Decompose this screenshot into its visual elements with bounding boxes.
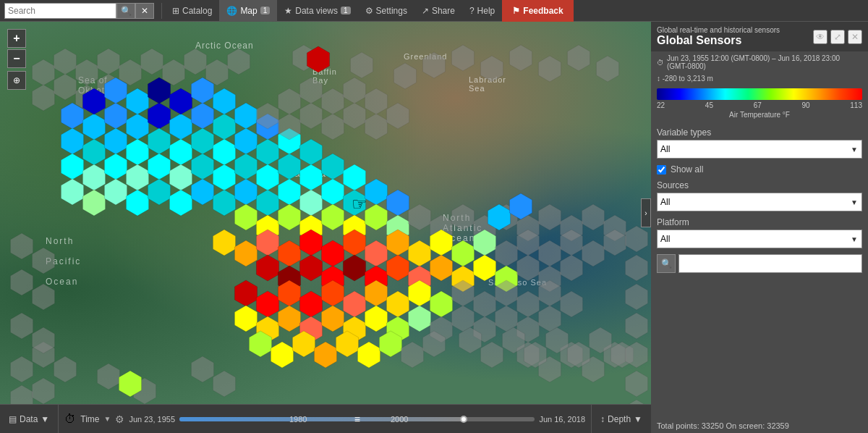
data-dropdown-icon: ▼	[41, 414, 49, 424]
panel-expand-button[interactable]: ⤢	[830, 30, 845, 44]
sources-row: Sources All ▼	[657, 180, 862, 211]
feedback-icon: ⚑	[512, 6, 520, 16]
panel-time: ⏱ Jun 23, 1955 12:00 (GMT-0800) – Jun 16…	[651, 51, 868, 73]
depth-icon: ↕	[600, 414, 605, 424]
panel-header: Global real-time and historical sensors …	[651, 22, 868, 51]
star-icon: ★	[284, 6, 292, 16]
map-button[interactable]: 🌐 Map 1	[219, 0, 277, 22]
panel-close-button[interactable]: ✕	[848, 30, 862, 44]
time-dropdown-icon: ▼	[103, 415, 111, 423]
dataviews-badge: 1	[341, 7, 351, 14]
search-input[interactable]	[4, 3, 116, 19]
share-icon: ↗	[422, 6, 429, 16]
scale-title: Air Temperature °F	[657, 111, 862, 119]
search-clear-button[interactable]: ✕	[135, 3, 154, 19]
search-box: 🔍 ✕	[4, 3, 154, 19]
panel-header-icons: 👁 ⤢ ✕	[813, 30, 862, 44]
nav-separator	[161, 3, 162, 19]
depth-dropdown-icon: ▼	[634, 414, 642, 424]
timeline-end: Jun 16, 2018	[539, 415, 585, 424]
sources-select-wrapper: All ▼	[657, 193, 862, 211]
variable-types-row: Variable types All ▼	[657, 127, 862, 159]
map-label: Map	[240, 6, 257, 16]
share-button[interactable]: ↗ Share	[414, 0, 462, 22]
scale-label-3: 90	[801, 101, 809, 109]
panel-title: Global Sensors	[657, 34, 780, 47]
share-label: Share	[432, 6, 455, 16]
data-button[interactable]: ▤ Data ▼	[0, 405, 59, 434]
scale-label-0: 22	[657, 101, 665, 109]
search-button[interactable]: 🔍	[116, 3, 135, 19]
catalog-button[interactable]: ⊞ Catalog	[165, 0, 219, 22]
show-all-checkbox[interactable]	[657, 165, 666, 175]
feedback-button[interactable]: ⚑ Feedback	[502, 0, 573, 22]
bottom-bar: ▤ Data ▼ ⏱ Time ▼ ⚙ Jun 23, 1955 ≡ 1980 …	[0, 404, 651, 433]
top-navigation: 🔍 ✕ ⊞ Catalog 🌐 Map 1 ★ Data views 1 ⚙ S…	[0, 0, 868, 22]
time-clock-icon: ⏱	[64, 413, 76, 426]
panel-eye-button[interactable]: 👁	[813, 30, 827, 44]
scale-label-1: 45	[705, 101, 713, 109]
timeline-marker: ≡	[354, 413, 360, 425]
timeline-start: Jun 23, 1955	[129, 415, 175, 424]
depth-button[interactable]: ↕ Depth ▼	[591, 405, 651, 434]
panel-stats: Total points: 33250 On screen: 32359	[651, 419, 868, 433]
settings-icon: ⚙	[365, 6, 373, 16]
variable-types-select-wrapper: All ▼	[657, 140, 862, 159]
platform-select[interactable]: All	[657, 230, 862, 248]
catalog-label: Catalog	[182, 6, 212, 16]
variable-types-label: Variable types	[657, 127, 862, 138]
panel-search-row: 🔍	[657, 254, 862, 273]
color-gradient	[657, 88, 862, 100]
map-area[interactable]: Arctic Ocean Sea ofOkhotsk Canada Baffin…	[0, 22, 651, 404]
data-label: Data	[20, 414, 38, 424]
panel-subtitle: Global real-time and historical sensors	[657, 26, 780, 34]
clock-icon: ⏱	[657, 59, 664, 67]
settings-button[interactable]: ⚙ Settings	[358, 0, 414, 22]
dataviews-button[interactable]: ★ Data views 1	[277, 0, 357, 22]
depth-area: ↕ Depth ▼	[591, 405, 651, 434]
time-settings-button[interactable]: ⚙	[115, 413, 124, 425]
dataviews-label: Data views	[295, 6, 338, 16]
timeline-fill	[179, 417, 464, 421]
panel-search-input[interactable]	[678, 254, 862, 273]
depth-range-text: ↕ -280 to 3,213 m	[657, 75, 713, 83]
panel-collapse-button[interactable]: ›	[641, 198, 651, 227]
sources-select[interactable]: All	[657, 193, 862, 211]
zoom-in-button[interactable]: +	[7, 29, 26, 48]
variable-types-select[interactable]: All	[657, 140, 862, 159]
feedback-label: Feedback	[523, 6, 563, 16]
depth-label: Depth	[608, 414, 631, 424]
timeline-track[interactable]: ≡	[179, 417, 535, 421]
zoom-fit-button[interactable]: ⊕	[7, 71, 26, 90]
scale-labels: 22 45 67 90 113	[657, 101, 862, 109]
color-scale: 22 45 67 90 113 Air Temperature °F	[651, 84, 868, 123]
panel-header-left: Global real-time and historical sensors …	[657, 26, 780, 47]
help-button[interactable]: ? Help	[462, 0, 502, 22]
platform-select-wrapper: All ▼	[657, 230, 862, 248]
scale-label-4: 113	[850, 101, 862, 109]
map-background	[0, 22, 651, 404]
map-badge: 1	[260, 7, 271, 14]
sources-label: Sources	[657, 180, 862, 190]
platform-row: Platform All ▼	[657, 217, 862, 248]
timeline-mid2: 2000	[391, 415, 408, 424]
settings-label: Settings	[376, 6, 407, 16]
help-label: Help	[477, 6, 495, 16]
timeline-mid1: 1980	[289, 415, 307, 424]
show-all-row: Show all	[657, 164, 862, 175]
panel-depth: ↕ -280 to 3,213 m	[651, 73, 868, 84]
zoom-out-button[interactable]: −	[7, 49, 26, 68]
panel-search-icon: 🔍	[657, 254, 676, 273]
catalog-icon: ⊞	[172, 6, 179, 16]
platform-label: Platform	[657, 217, 862, 227]
panel-form: Variable types All ▼ Show all Sources Al…	[651, 123, 868, 419]
timeline-area: ⏱ Time ▼ ⚙ Jun 23, 1955 ≡ 1980 2000 Jun …	[59, 413, 591, 426]
help-icon: ?	[469, 6, 475, 16]
show-all-label[interactable]: Show all	[671, 164, 703, 175]
timeline-handle[interactable]	[460, 416, 467, 423]
time-range-text: Jun 23, 1955 12:00 (GMT-0800) – Jun 16, …	[667, 54, 862, 70]
scale-label-2: 67	[754, 101, 762, 109]
right-panel: Global real-time and historical sensors …	[651, 22, 868, 433]
zoom-controls: + − ⊕	[7, 29, 26, 90]
time-label: Time	[80, 414, 99, 424]
